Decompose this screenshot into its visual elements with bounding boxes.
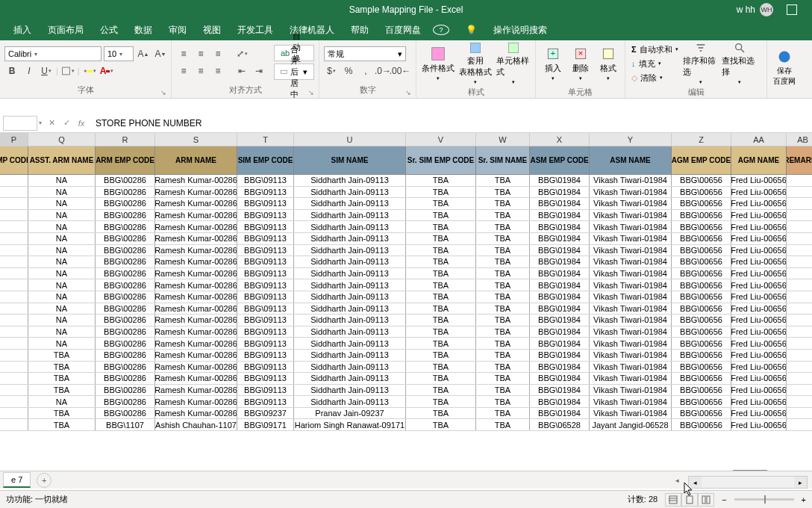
cell[interactable]: TBA xyxy=(406,362,476,373)
zoom-in-button[interactable]: + xyxy=(802,495,806,504)
view-page-layout-icon[interactable] xyxy=(681,493,698,507)
cell[interactable]: Vikash Tiwari-01984 xyxy=(590,396,672,407)
cell[interactable] xyxy=(0,256,28,267)
cell[interactable]: BBG\01984 xyxy=(530,315,590,326)
cell[interactable]: Vikash Tiwari-01984 xyxy=(590,187,672,198)
tab-review[interactable]: 审阅 xyxy=(161,21,194,40)
cell[interactable] xyxy=(0,362,28,373)
cell[interactable]: BBG\00286 xyxy=(96,245,155,256)
cell[interactable]: Siddharth Jain-09113 xyxy=(294,268,406,279)
cell[interactable]: BBG\00286 xyxy=(96,350,155,361)
tab-baidu[interactable]: 百度网盘 xyxy=(378,21,428,40)
cell[interactable]: TBA xyxy=(476,291,530,303)
cell[interactable]: BBG\09113 xyxy=(237,187,294,198)
bold-button[interactable]: B xyxy=(4,64,19,78)
column-header-AB[interactable]: AB xyxy=(787,133,812,146)
cell[interactable]: BBG\00656 xyxy=(672,362,731,373)
cell[interactable]: BBG\00286 xyxy=(96,396,155,407)
cell[interactable]: TBA xyxy=(476,408,530,419)
cell[interactable]: TBA xyxy=(476,221,530,232)
cell[interactable] xyxy=(787,373,812,384)
cell[interactable]: BBG\00656 xyxy=(672,187,731,198)
cell[interactable]: Vikash Tiwari-01984 xyxy=(590,362,672,373)
user-avatar[interactable]: WH xyxy=(760,3,773,16)
cell[interactable]: NA xyxy=(28,315,96,326)
cell[interactable]: BBG\00286 xyxy=(96,279,155,291)
cell[interactable] xyxy=(787,221,812,232)
cell[interactable]: BBG\01984 xyxy=(530,396,590,407)
cell[interactable]: NA xyxy=(28,221,96,232)
cell[interactable]: BBG\00656 xyxy=(672,303,731,315)
cell[interactable]: BBG\09113 xyxy=(237,245,294,256)
cell[interactable]: BBG\00656 xyxy=(672,350,731,361)
scroll-left-arrow[interactable]: ◂ xyxy=(672,477,682,488)
header-cell[interactable]: ARM NAME xyxy=(155,146,237,175)
cell[interactable] xyxy=(0,245,28,256)
table-row[interactable]: NABBG\00286Ramesh Kumar-00286BBG\09113Si… xyxy=(0,233,812,245)
cell[interactable]: TBA xyxy=(28,350,96,361)
align-bottom-icon[interactable]: ≡ xyxy=(210,46,225,61)
cell[interactable]: Vikash Tiwari-01984 xyxy=(590,268,672,279)
cell[interactable]: BBG\01984 xyxy=(530,256,590,267)
cell[interactable]: TBA xyxy=(406,350,476,361)
cell[interactable]: BBG\09113 xyxy=(237,198,294,209)
table-row[interactable]: NABBG\00286Ramesh Kumar-00286BBG\09113Si… xyxy=(0,256,812,268)
cell[interactable]: BBG\09113 xyxy=(237,338,294,349)
zoom-out-button[interactable]: − xyxy=(722,495,726,504)
align-top-icon[interactable]: ≡ xyxy=(176,46,191,61)
cell[interactable]: BBG\00286 xyxy=(96,362,155,373)
cell[interactable] xyxy=(0,221,28,232)
cell[interactable]: BBG\01984 xyxy=(530,408,590,419)
cell[interactable]: NA xyxy=(28,268,96,279)
font-size-combo[interactable]: 10▾ xyxy=(104,46,134,61)
view-page-break-icon[interactable] xyxy=(698,493,714,507)
cell[interactable] xyxy=(787,198,812,209)
cell[interactable]: BBG\01984 xyxy=(530,338,590,349)
cell[interactable]: Ramesh Kumar-00286 xyxy=(155,221,237,232)
cell[interactable] xyxy=(0,373,28,384)
cell[interactable]: Fred Liu-00656 xyxy=(731,385,787,396)
cell[interactable]: TBA xyxy=(406,338,476,349)
italic-button[interactable]: I xyxy=(22,64,37,78)
tell-me-search[interactable]: 操作说明搜索 xyxy=(486,21,555,40)
cell[interactable]: Fred Liu-00656 xyxy=(731,233,787,244)
column-header-R[interactable]: R xyxy=(96,133,155,146)
cell[interactable]: Fred Liu-00656 xyxy=(731,279,787,291)
header-cell[interactable]: MP CODE xyxy=(0,146,28,175)
cell[interactable]: TBA xyxy=(28,408,96,419)
column-header-P[interactable]: P xyxy=(0,133,28,146)
cell[interactable]: BBG\01984 xyxy=(530,362,590,373)
cell[interactable]: NA xyxy=(28,338,96,349)
cell[interactable] xyxy=(787,233,812,244)
cell[interactable] xyxy=(0,291,28,303)
cell[interactable]: Siddharth Jain-09113 xyxy=(294,291,406,303)
cell[interactable]: TBA xyxy=(406,315,476,326)
cell[interactable]: Ramesh Kumar-00286 xyxy=(155,245,237,256)
dec-decimal-icon[interactable]: .00← xyxy=(393,64,407,78)
cell[interactable]: Jayant Jangid-06528 xyxy=(590,419,672,430)
table-row[interactable]: NABBG\00286Ramesh Kumar-00286BBG\09113Si… xyxy=(0,279,812,291)
cell[interactable]: BBG\00286 xyxy=(96,175,155,186)
cell[interactable]: TBA xyxy=(406,326,476,338)
cell[interactable]: BBG\00286 xyxy=(96,198,155,209)
cell[interactable]: BBG\01984 xyxy=(530,221,590,232)
insert-cells-button[interactable]: +插入▾ xyxy=(540,42,565,85)
cell[interactable]: BBG\00286 xyxy=(96,408,155,419)
table-row[interactable]: TBABBG\1107Ashish Chauhan-1107BBG\09171H… xyxy=(0,419,812,431)
zoom-slider[interactable] xyxy=(734,498,794,501)
sheet-tab[interactable]: e 7 xyxy=(3,472,31,488)
cell[interactable]: BBG\09113 xyxy=(237,233,294,244)
column-header-T[interactable]: T xyxy=(237,133,294,146)
cell[interactable]: BBG\00286 xyxy=(96,256,155,267)
cell[interactable]: BBG\00656 xyxy=(672,210,731,221)
cell[interactable]: NA xyxy=(28,326,96,338)
cell[interactable]: BBG\09113 xyxy=(237,256,294,267)
merge-center-button[interactable]: 合并后居中▾ xyxy=(274,64,314,80)
cell[interactable]: Ramesh Kumar-00286 xyxy=(155,326,237,338)
cell[interactable]: Ramesh Kumar-00286 xyxy=(155,198,237,209)
cell[interactable]: TBA xyxy=(406,419,476,430)
table-row[interactable]: TBABBG\00286Ramesh Kumar-00286BBG\09237P… xyxy=(0,408,812,420)
table-row[interactable]: NABBG\00286Ramesh Kumar-00286BBG\09113Si… xyxy=(0,175,812,187)
cell[interactable]: BBG\00286 xyxy=(96,187,155,198)
cell[interactable]: TBA xyxy=(476,326,530,338)
